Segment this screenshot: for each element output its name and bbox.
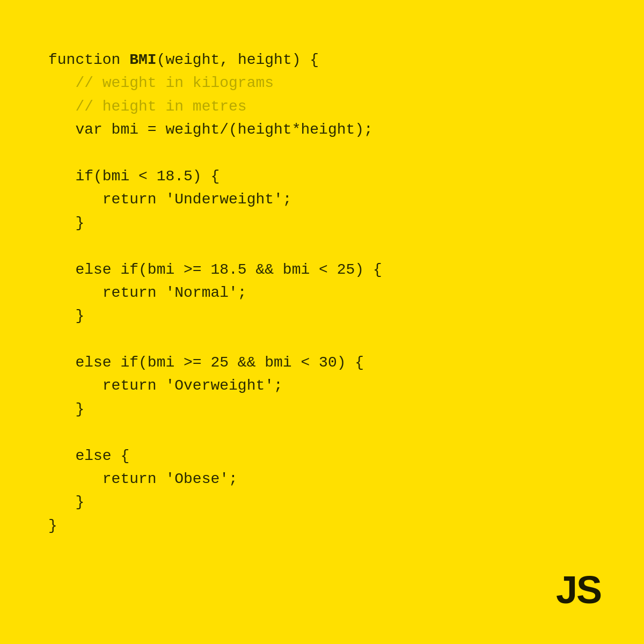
code-line-18: else { <box>48 444 382 467</box>
code-line-13 <box>48 328 382 351</box>
code-line-5 <box>48 142 382 165</box>
code-line-9 <box>48 235 382 258</box>
code-text: function BMI(weight, height) { <box>48 52 319 68</box>
code-line-17 <box>48 421 382 444</box>
code-line-8: } <box>48 211 382 235</box>
js-badge: JS <box>556 568 601 612</box>
code-line-10: else if(bmi >= 18.5 && bmi < 25) { <box>48 258 382 281</box>
code-line-6: if(bmi < 18.5) { <box>48 165 382 188</box>
code-line-1: function BMI(weight, height) { <box>48 48 382 71</box>
code-line-7: return 'Underweight'; <box>48 188 382 211</box>
code-block: function BMI(weight, height) { // weight… <box>48 48 382 537</box>
code-line-14: else if(bmi >= 25 && bmi < 30) { <box>48 351 382 374</box>
code-line-21: } <box>48 514 382 537</box>
code-line-19: return 'Obese'; <box>48 467 382 491</box>
code-line-12: } <box>48 304 382 327</box>
code-line-20: } <box>48 491 382 514</box>
code-line-4: var bmi = weight/(height*height); <box>48 118 382 141</box>
function-name: BMI <box>129 52 156 68</box>
code-line-15: return 'Overweight'; <box>48 374 382 397</box>
code-line-16: } <box>48 398 382 421</box>
code-line-3: // height in metres <box>48 95 382 118</box>
code-line-11: return 'Normal'; <box>48 281 382 304</box>
code-line-2: // weight in kilograms <box>48 71 382 94</box>
